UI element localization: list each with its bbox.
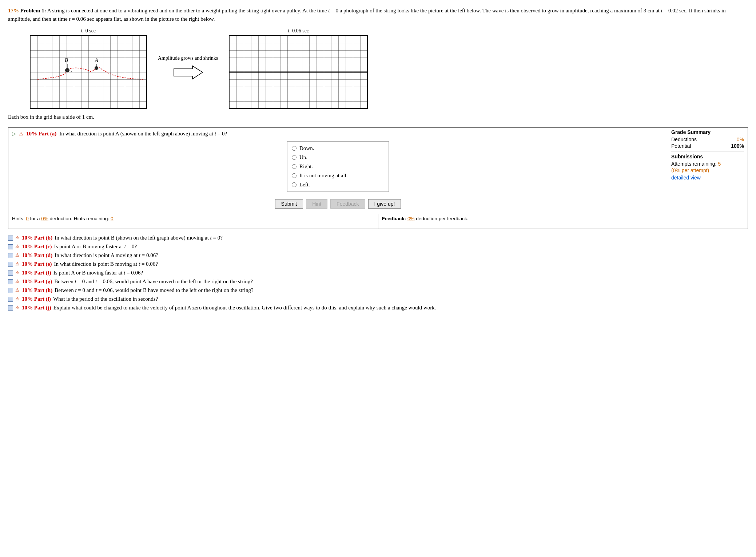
igiveup-button[interactable]: I give up!: [368, 199, 401, 209]
options-box: Down. Up. Right. It is not moving a: [287, 141, 389, 192]
right-grid-svg: [229, 36, 367, 108]
part-f-question: Is point A or B moving faster at t = 0.0…: [53, 270, 143, 276]
part-b-label: 10% Part (b): [22, 235, 52, 241]
feedback-label: Feedback:: [382, 216, 406, 221]
option-up-label: Up.: [299, 154, 307, 161]
part-j-label: 10% Part (j): [22, 305, 51, 311]
radio-left[interactable]: [292, 182, 297, 187]
hints-deduction-text: for a: [30, 216, 41, 221]
deductions-row: Deductions 0%: [671, 137, 744, 142]
grid-right: [229, 35, 368, 109]
part-f-label: 10% Part (f): [22, 270, 51, 276]
problem-description: A string is connected at one end to a vi…: [8, 8, 726, 22]
part-g-row: ⚠ 10% Part (g) Between t = 0 and t = 0.0…: [8, 278, 748, 285]
warning-icon-g: ⚠: [15, 278, 20, 284]
part-b-row: ⚠ 10% Part (b) In what direction is poin…: [8, 235, 748, 241]
diagram-right: t=0.06 sec: [229, 28, 368, 109]
warning-icon-d: ⚠: [15, 252, 20, 258]
hints-deduction-rest: deduction. Hints remaining:: [50, 216, 111, 221]
part-h-square: [8, 288, 13, 293]
warning-icon-h: ⚠: [15, 287, 20, 293]
detailed-view-row[interactable]: detailed view: [671, 175, 744, 181]
svg-marker-12: [174, 66, 203, 79]
warning-icon-a: ⚠: [19, 131, 23, 137]
svg-text:B: B: [65, 58, 68, 63]
per-attempt-text: (0% per attempt): [671, 167, 709, 173]
play-icon: ▷: [12, 131, 16, 137]
svg-rect-1: [30, 36, 147, 108]
diagram-left: t=0 sec B A: [30, 28, 147, 109]
part-c-question: Is point A or B moving faster at t = 0?: [54, 244, 137, 250]
part-g-question: Between t = 0 and t = 0.06, would point …: [54, 278, 253, 285]
option-down[interactable]: Down.: [292, 144, 384, 153]
option-down-label: Down.: [299, 145, 314, 151]
part-c-square: [8, 244, 13, 249]
attempts-value: 5: [718, 161, 721, 167]
grade-summary-title: Grade Summary: [671, 129, 744, 135]
part-a-content: ▷ ⚠ 10% Part (a) In what direction is po…: [8, 128, 748, 214]
arrow-svg: [174, 63, 203, 82]
attempts-label: Attempts remaining:: [671, 161, 717, 167]
submissions-title: Submissions: [671, 154, 744, 159]
part-d-label: 10% Part (d): [22, 252, 52, 258]
left-grid-svg: B A: [30, 36, 147, 108]
part-i-label: 10% Part (i): [22, 296, 51, 302]
part-b-square: [8, 236, 13, 241]
hint-button[interactable]: Hint: [306, 199, 327, 209]
potential-row: Potential 100%: [671, 143, 744, 149]
part-a-header: ▷ ⚠ 10% Part (a) In what direction is po…: [12, 128, 664, 138]
part-d-row: ⚠ 10% Part (d) In what direction is poin…: [8, 252, 748, 258]
problem-number: Problem 1:: [20, 8, 46, 13]
hints-left: Hints: 0 for a 0% deduction. Hints remai…: [8, 214, 378, 229]
hints-label: Hints:: [12, 216, 25, 221]
options-container: Down. Up. Right. It is not moving a: [12, 138, 664, 195]
feedback-button[interactable]: Feedback: [330, 199, 365, 209]
option-left[interactable]: Left.: [292, 180, 384, 189]
part-i-question: What is the period of the oscillation in…: [53, 296, 158, 302]
option-right[interactable]: Right.: [292, 162, 384, 171]
part-e-row: ⚠ 10% Part (e) In what direction is poin…: [8, 261, 748, 267]
grade-summary: Grade Summary Deductions 0% Potential 10…: [671, 128, 744, 210]
part-a-question: In what direction is point A (shown on t…: [59, 131, 227, 137]
radio-down[interactable]: [292, 146, 297, 151]
submit-button[interactable]: Submit: [275, 199, 303, 209]
diagram-left-label: t=0 sec: [81, 28, 96, 34]
part-h-question: Between t = 0 and t = 0.06, would point …: [55, 287, 253, 293]
diagrams-row: t=0 sec B A: [30, 28, 748, 109]
main-container: 17% Problem 1: A string is connected at …: [0, 0, 756, 320]
potential-value: 100%: [731, 143, 744, 149]
part-a-section: ▷ ⚠ 10% Part (a) In what direction is po…: [8, 127, 748, 229]
radio-not-moving[interactable]: [292, 173, 297, 178]
part-g-label: 10% Part (g): [22, 278, 52, 285]
grid-left: B A: [30, 35, 147, 109]
deductions-label: Deductions: [671, 137, 697, 142]
part-a-label: 10% Part (a): [26, 131, 56, 137]
warning-icon-e: ⚠: [15, 261, 20, 267]
part-c-row: ⚠ 10% Part (c) Is point A or B moving fa…: [8, 244, 748, 250]
part-h-row: ⚠ 10% Part (h) Between t = 0 and t = 0.0…: [8, 287, 748, 293]
hints-remaining: 0: [111, 216, 114, 221]
warning-icon-c: ⚠: [15, 244, 20, 249]
hints-bar: Hints: 0 for a 0% deduction. Hints remai…: [8, 214, 748, 229]
part-e-label: 10% Part (e): [22, 261, 52, 267]
detailed-view-link[interactable]: detailed view: [671, 175, 701, 181]
problem-percent: 17%: [8, 8, 19, 13]
option-up[interactable]: Up.: [292, 153, 384, 162]
warning-icon-j: ⚠: [15, 305, 20, 311]
radio-up[interactable]: [292, 155, 297, 160]
radio-right[interactable]: [292, 164, 297, 169]
part-h-label: 10% Part (h): [22, 287, 52, 293]
part-g-square: [8, 279, 13, 284]
potential-label: Potential: [671, 143, 691, 149]
warning-icon-i: ⚠: [15, 296, 20, 302]
part-i-square: [8, 297, 13, 302]
buttons-row: Submit Hint Feedback I give up!: [12, 199, 664, 209]
grade-divider: [671, 151, 744, 151]
option-not-moving-label: It is not moving at all.: [299, 173, 348, 179]
part-j-row: ⚠ 10% Part (j) Explain what could be cha…: [8, 305, 748, 311]
option-not-moving[interactable]: It is not moving at all.: [292, 171, 384, 180]
feedback-rest: deduction per feedback.: [416, 216, 468, 221]
part-i-row: ⚠ 10% Part (i) What is the period of the…: [8, 296, 748, 302]
part-e-question: In what direction is point B moving at t…: [54, 261, 158, 267]
part-c-label: 10% Part (c): [22, 244, 52, 250]
